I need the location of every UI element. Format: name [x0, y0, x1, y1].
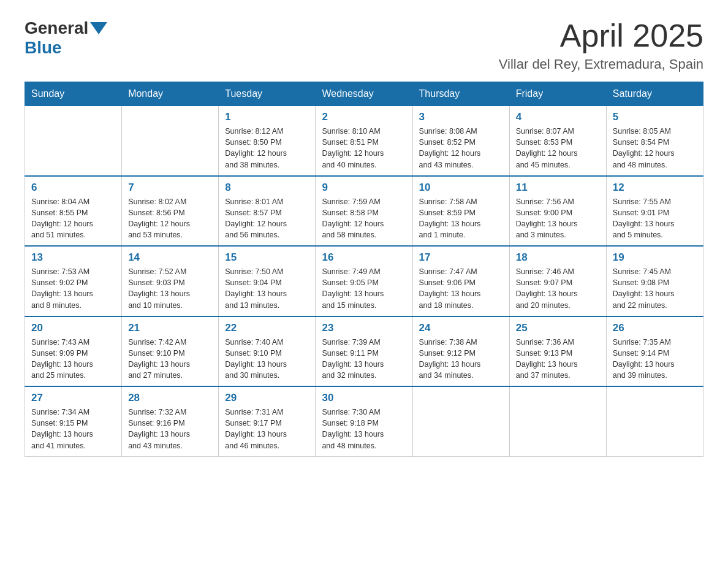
day-number: 23 [322, 322, 406, 334]
calendar-week-row: 1Sunrise: 8:12 AMSunset: 8:50 PMDaylight… [25, 106, 703, 176]
day-number: 15 [225, 251, 309, 264]
day-info: Sunrise: 7:34 AMSunset: 9:15 PMDaylight:… [31, 407, 115, 451]
calendar-day-cell: 27Sunrise: 7:34 AMSunset: 9:15 PMDayligh… [25, 386, 122, 456]
calendar-day-cell: 4Sunrise: 8:07 AMSunset: 8:53 PMDaylight… [509, 106, 606, 176]
day-number: 13 [31, 251, 115, 264]
day-number: 3 [419, 111, 503, 123]
calendar-day-cell: 7Sunrise: 8:02 AMSunset: 8:56 PMDaylight… [122, 176, 219, 247]
calendar-day-cell: 20Sunrise: 7:43 AMSunset: 9:09 PMDayligh… [25, 316, 122, 387]
logo-blue-text: Blue [25, 38, 62, 58]
day-info: Sunrise: 8:01 AMSunset: 8:57 PMDaylight:… [225, 196, 309, 241]
calendar-day-cell: 30Sunrise: 7:30 AMSunset: 9:18 PMDayligh… [316, 386, 412, 456]
day-number: 25 [516, 322, 600, 334]
day-info: Sunrise: 7:46 AMSunset: 9:07 PMDaylight:… [516, 266, 600, 311]
day-number: 27 [31, 392, 115, 404]
calendar-day-cell: 28Sunrise: 7:32 AMSunset: 9:16 PMDayligh… [122, 386, 219, 456]
calendar-week-row: 6Sunrise: 8:04 AMSunset: 8:55 PMDaylight… [25, 176, 703, 247]
calendar-day-cell: 13Sunrise: 7:53 AMSunset: 9:02 PMDayligh… [25, 246, 122, 316]
day-number: 24 [419, 322, 503, 334]
calendar-day-cell [122, 106, 219, 176]
day-number: 18 [516, 251, 600, 264]
logo-triangle-icon [90, 22, 107, 34]
day-number: 4 [516, 111, 600, 123]
weekday-header-friday: Friday [509, 82, 606, 106]
day-number: 14 [128, 251, 212, 264]
day-number: 26 [613, 322, 697, 334]
day-info: Sunrise: 7:32 AMSunset: 9:16 PMDaylight:… [128, 407, 212, 451]
calendar-day-cell: 12Sunrise: 7:55 AMSunset: 9:01 PMDayligh… [606, 176, 703, 247]
day-info: Sunrise: 8:08 AMSunset: 8:52 PMDaylight:… [419, 126, 503, 170]
day-info: Sunrise: 7:43 AMSunset: 9:09 PMDaylight:… [31, 337, 115, 381]
day-info: Sunrise: 7:39 AMSunset: 9:11 PMDaylight:… [322, 337, 406, 381]
calendar-day-cell [509, 386, 606, 456]
weekday-header-saturday: Saturday [606, 82, 703, 106]
calendar-day-cell: 6Sunrise: 8:04 AMSunset: 8:55 PMDaylight… [25, 176, 122, 247]
day-info: Sunrise: 8:02 AMSunset: 8:56 PMDaylight:… [128, 196, 212, 241]
calendar-day-cell: 21Sunrise: 7:42 AMSunset: 9:10 PMDayligh… [122, 316, 219, 387]
calendar-day-cell: 9Sunrise: 7:59 AMSunset: 8:58 PMDaylight… [316, 176, 412, 247]
weekday-header-sunday: Sunday [25, 82, 122, 106]
day-info: Sunrise: 8:12 AMSunset: 8:50 PMDaylight:… [225, 126, 309, 170]
calendar-day-cell: 5Sunrise: 8:05 AMSunset: 8:54 PMDaylight… [606, 106, 703, 176]
day-info: Sunrise: 7:49 AMSunset: 9:05 PMDaylight:… [322, 266, 406, 311]
title-section: April 2025 Villar del Rey, Extremadura, … [499, 18, 703, 72]
day-number: 29 [225, 392, 309, 404]
day-info: Sunrise: 8:07 AMSunset: 8:53 PMDaylight:… [516, 126, 600, 170]
day-number: 10 [419, 182, 503, 194]
calendar-table: SundayMondayTuesdayWednesdayThursdayFrid… [25, 82, 703, 457]
page-header: General Blue April 2025 Villar del Rey, … [25, 18, 703, 72]
day-info: Sunrise: 7:55 AMSunset: 9:01 PMDaylight:… [613, 196, 697, 241]
weekday-header-thursday: Thursday [412, 82, 509, 106]
day-number: 17 [419, 251, 503, 264]
calendar-day-cell: 2Sunrise: 8:10 AMSunset: 8:51 PMDaylight… [316, 106, 412, 176]
day-info: Sunrise: 7:38 AMSunset: 9:12 PMDaylight:… [419, 337, 503, 381]
calendar-day-cell: 16Sunrise: 7:49 AMSunset: 9:05 PMDayligh… [316, 246, 412, 316]
day-number: 11 [516, 182, 600, 194]
calendar-day-cell: 14Sunrise: 7:52 AMSunset: 9:03 PMDayligh… [122, 246, 219, 316]
calendar-day-cell: 15Sunrise: 7:50 AMSunset: 9:04 PMDayligh… [219, 246, 316, 316]
day-info: Sunrise: 8:10 AMSunset: 8:51 PMDaylight:… [322, 126, 406, 170]
location-text: Villar del Rey, Extremadura, Spain [499, 56, 703, 72]
day-number: 9 [322, 182, 406, 194]
day-info: Sunrise: 7:31 AMSunset: 9:17 PMDaylight:… [225, 407, 309, 451]
calendar-day-cell: 24Sunrise: 7:38 AMSunset: 9:12 PMDayligh… [412, 316, 509, 387]
calendar-day-cell: 29Sunrise: 7:31 AMSunset: 9:17 PMDayligh… [219, 386, 316, 456]
day-info: Sunrise: 7:47 AMSunset: 9:06 PMDaylight:… [419, 266, 503, 311]
day-number: 1 [225, 111, 309, 123]
calendar-day-cell: 18Sunrise: 7:46 AMSunset: 9:07 PMDayligh… [509, 246, 606, 316]
calendar-day-cell: 26Sunrise: 7:35 AMSunset: 9:14 PMDayligh… [606, 316, 703, 387]
day-number: 22 [225, 322, 309, 334]
calendar-day-cell: 10Sunrise: 7:58 AMSunset: 8:59 PMDayligh… [412, 176, 509, 247]
weekday-header-wednesday: Wednesday [316, 82, 412, 106]
calendar-day-cell [412, 386, 509, 456]
calendar-day-cell: 1Sunrise: 8:12 AMSunset: 8:50 PMDaylight… [219, 106, 316, 176]
day-info: Sunrise: 7:45 AMSunset: 9:08 PMDaylight:… [613, 266, 697, 311]
day-info: Sunrise: 7:36 AMSunset: 9:13 PMDaylight:… [516, 337, 600, 381]
day-number: 28 [128, 392, 212, 404]
day-number: 7 [128, 182, 212, 194]
weekday-header-tuesday: Tuesday [219, 82, 316, 106]
calendar-week-row: 13Sunrise: 7:53 AMSunset: 9:02 PMDayligh… [25, 246, 703, 316]
weekday-header-row: SundayMondayTuesdayWednesdayThursdayFrid… [25, 82, 703, 106]
calendar-day-cell: 3Sunrise: 8:08 AMSunset: 8:52 PMDaylight… [412, 106, 509, 176]
logo: General Blue [25, 18, 109, 58]
day-info: Sunrise: 7:42 AMSunset: 9:10 PMDaylight:… [128, 337, 212, 381]
day-info: Sunrise: 8:05 AMSunset: 8:54 PMDaylight:… [613, 126, 697, 170]
day-info: Sunrise: 7:40 AMSunset: 9:10 PMDaylight:… [225, 337, 309, 381]
day-info: Sunrise: 7:30 AMSunset: 9:18 PMDaylight:… [322, 407, 406, 451]
calendar-day-cell [606, 386, 703, 456]
calendar-day-cell: 25Sunrise: 7:36 AMSunset: 9:13 PMDayligh… [509, 316, 606, 387]
day-info: Sunrise: 7:59 AMSunset: 8:58 PMDaylight:… [322, 196, 406, 241]
day-number: 12 [613, 182, 697, 194]
calendar-day-cell: 8Sunrise: 8:01 AMSunset: 8:57 PMDaylight… [219, 176, 316, 247]
day-info: Sunrise: 7:52 AMSunset: 9:03 PMDaylight:… [128, 266, 212, 311]
calendar-week-row: 20Sunrise: 7:43 AMSunset: 9:09 PMDayligh… [25, 316, 703, 387]
calendar-day-cell [25, 106, 122, 176]
calendar-day-cell: 23Sunrise: 7:39 AMSunset: 9:11 PMDayligh… [316, 316, 412, 387]
day-number: 2 [322, 111, 406, 123]
day-info: Sunrise: 7:56 AMSunset: 9:00 PMDaylight:… [516, 196, 600, 241]
calendar-day-cell: 19Sunrise: 7:45 AMSunset: 9:08 PMDayligh… [606, 246, 703, 316]
day-number: 30 [322, 392, 406, 404]
calendar-week-row: 27Sunrise: 7:34 AMSunset: 9:15 PMDayligh… [25, 386, 703, 456]
calendar-day-cell: 11Sunrise: 7:56 AMSunset: 9:00 PMDayligh… [509, 176, 606, 247]
